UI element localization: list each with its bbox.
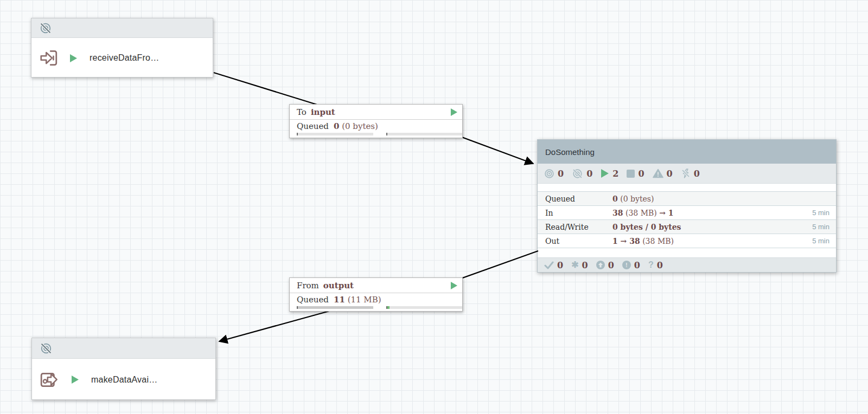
stat-row-read-write: Read/Write 0 bytes / 0 bytes 5 min: [538, 219, 836, 234]
connection-title-row: To input: [290, 105, 462, 120]
locally-modified-and-stale-stat: ! 0: [622, 260, 640, 270]
locally-modified-stat: ✱ 0: [571, 260, 588, 270]
input-port-body: receiveDataFro…: [31, 38, 213, 78]
stale-stat: 0: [596, 260, 614, 270]
up-to-date-stat: 0: [544, 260, 563, 270]
process-group-component[interactable]: DoSomething 0 0: [537, 139, 837, 273]
running-icon: [601, 169, 609, 178]
running-stat: 2: [601, 169, 618, 179]
connection-label-to-input[interactable]: To input Queued 0 (0 bytes): [289, 104, 463, 138]
connection-label-from-output[interactable]: From output Queued 11 (11 MB): [289, 277, 463, 312]
queued-value: 11 (11 MB): [334, 295, 381, 305]
connection-queued-row: Queued 11 (11 MB): [290, 293, 462, 306]
process-group-title: DoSomething: [538, 140, 836, 164]
backpressure-bars: [297, 133, 462, 135]
backpressure-size-bar: [386, 133, 463, 135]
locally-modified-and-stale-icon: !: [622, 261, 631, 269]
stopped-stat: 0: [627, 169, 644, 179]
connection-line-into-process-group[interactable]: [453, 134, 533, 164]
not-transmitting-stat: 0: [572, 168, 592, 179]
input-port-icon: [39, 48, 59, 68]
input-port-name: receiveDataFro…: [90, 53, 159, 63]
connection-line-to-output-port[interactable]: [219, 309, 335, 341]
running-icon: [450, 282, 458, 289]
connection-queued-row: Queued 0 (0 bytes): [290, 120, 462, 132]
queued-value: 0 (0 bytes): [334, 121, 378, 131]
queued-label: Queued: [297, 121, 329, 131]
connection-port-name: output: [323, 281, 354, 290]
queued-label: Queued: [297, 295, 329, 305]
backpressure-size-bar: [386, 306, 463, 309]
stopped-icon: [627, 170, 635, 178]
locally-modified-icon: ✱: [571, 261, 578, 269]
transmission-inactive-icon: [39, 22, 52, 35]
stat-row-in: In 38 (38 MB) → 1 5 min: [538, 205, 836, 219]
connection-title-row: From output: [290, 278, 462, 293]
flow-canvas[interactable]: receiveDataFro… makeDataAvai… D: [0, 0, 868, 414]
stale-icon: [596, 261, 605, 269]
running-icon: [71, 376, 79, 384]
output-port-icon: [40, 370, 60, 390]
transmission-inactive-icon: [40, 342, 53, 355]
not-transmitting-icon: [572, 168, 583, 179]
connection-prefix: To: [297, 107, 307, 117]
backpressure-bars: [297, 306, 462, 309]
process-group-stats: Queued 0 (0 bytes) In 38 (38 MB) → 1 5 m…: [538, 191, 836, 248]
stat-row-out: Out 1 → 38 (38 MB) 5 min: [538, 234, 836, 248]
running-icon: [450, 108, 458, 116]
up-to-date-icon: [544, 261, 554, 269]
invalid-stat: 0: [653, 169, 673, 179]
sync-failure-stat: ? 0: [648, 260, 663, 270]
output-port-name: makeDataAvai…: [91, 375, 157, 385]
connection-port-name: input: [311, 107, 335, 117]
disabled-icon: [681, 169, 691, 178]
input-port-component[interactable]: receiveDataFro…: [31, 18, 213, 77]
transmitting-icon: [544, 169, 554, 179]
invalid-icon: [653, 169, 663, 178]
sync-failure-icon: ?: [648, 261, 654, 269]
output-port-body: makeDataAvai…: [32, 359, 215, 400]
backpressure-object-bar: [297, 306, 373, 309]
process-group-status-row: 0 0 2 0: [538, 164, 836, 184]
disabled-stat: 0: [681, 169, 700, 179]
running-icon: [69, 54, 78, 62]
input-port-header: [31, 18, 213, 38]
connection-prefix: From: [297, 281, 319, 290]
backpressure-object-bar: [297, 133, 373, 135]
connection-line-to-input[interactable]: [214, 73, 322, 106]
output-port-component[interactable]: makeDataAvai…: [31, 338, 216, 400]
transmitting-stat: 0: [544, 169, 564, 179]
connection-line-from-process-group[interactable]: [450, 251, 538, 282]
process-group-version-row: 0 ✱ 0 0 ! 0 ? 0: [538, 257, 836, 272]
stat-row-queued: Queued 0 (0 bytes): [538, 191, 836, 205]
output-port-header: [32, 338, 215, 359]
